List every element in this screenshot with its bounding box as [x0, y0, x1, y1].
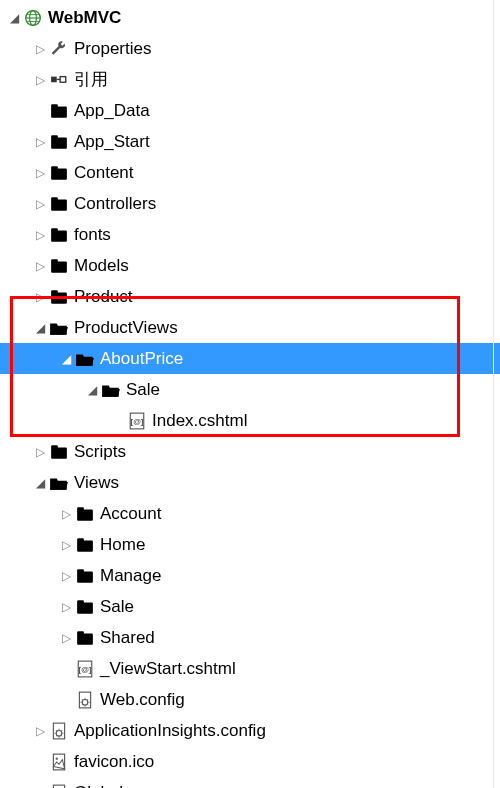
node-label: Account: [96, 504, 161, 524]
node-viewstart[interactable]: _ViewStart.cshtml: [0, 653, 500, 684]
node-webconfig[interactable]: Web.config: [0, 684, 500, 715]
folder-icon: [74, 630, 96, 646]
config-file-icon: [48, 722, 70, 740]
node-label: App_Start: [70, 132, 150, 152]
folder-icon: [74, 599, 96, 615]
chevron-right-icon[interactable]: ▷: [32, 724, 48, 738]
chevron-right-icon[interactable]: ▷: [58, 507, 74, 521]
node-manage[interactable]: ▷ Manage: [0, 560, 500, 591]
node-favicon[interactable]: favicon.ico: [0, 746, 500, 777]
folder-icon: [48, 444, 70, 460]
node-label: favicon.ico: [70, 752, 154, 772]
config-file-icon: [74, 691, 96, 709]
folder-icon: [48, 258, 70, 274]
cshtml-file-icon: [126, 412, 148, 430]
folder-icon: [48, 196, 70, 212]
node-label: Views: [70, 473, 119, 493]
folder-icon: [48, 165, 70, 181]
folder-icon: [48, 289, 70, 305]
node-label: Home: [96, 535, 145, 555]
asax-file-icon: [48, 784, 70, 789]
chevron-right-icon[interactable]: ▷: [32, 73, 48, 87]
folder-icon: [74, 568, 96, 584]
node-label: fonts: [70, 225, 111, 245]
node-label: Shared: [96, 628, 155, 648]
chevron-right-icon[interactable]: ▷: [32, 259, 48, 273]
chevron-right-icon[interactable]: ▷: [32, 166, 48, 180]
node-product[interactable]: ▷ Product: [0, 281, 500, 312]
folder-icon: [74, 506, 96, 522]
node-appdata[interactable]: App_Data: [0, 95, 500, 126]
node-views-sale[interactable]: ▷ Sale: [0, 591, 500, 622]
wrench-icon: [48, 40, 70, 58]
node-index-cshtml[interactable]: Index.cshtml: [0, 405, 500, 436]
node-label: 引用: [70, 68, 108, 91]
cshtml-file-icon: [74, 660, 96, 678]
node-appstart[interactable]: ▷ App_Start: [0, 126, 500, 157]
node-scripts[interactable]: ▷ Scripts: [0, 436, 500, 467]
node-label: Manage: [96, 566, 161, 586]
chevron-down-icon[interactable]: ◢: [58, 352, 74, 366]
chevron-right-icon[interactable]: ▷: [32, 228, 48, 242]
node-models[interactable]: ▷ Models: [0, 250, 500, 281]
node-label: _ViewStart.cshtml: [96, 659, 236, 679]
node-label: Product: [70, 287, 133, 307]
project-webmvc[interactable]: ◢ WebMVC: [0, 2, 500, 33]
chevron-down-icon[interactable]: ◢: [32, 321, 48, 335]
folder-icon: [48, 134, 70, 150]
folder-open-icon: [74, 351, 96, 367]
chevron-right-icon[interactable]: ▷: [32, 42, 48, 56]
node-productviews[interactable]: ◢ ProductViews: [0, 312, 500, 343]
node-label: Content: [70, 163, 134, 183]
node-sale[interactable]: ◢ Sale: [0, 374, 500, 405]
node-aboutprice[interactable]: ◢ AboutPrice: [0, 343, 500, 374]
image-file-icon: [48, 753, 70, 771]
node-properties[interactable]: ▷ Properties: [0, 33, 500, 64]
node-label: Properties: [70, 39, 151, 59]
chevron-right-icon[interactable]: ▷: [32, 197, 48, 211]
node-fonts[interactable]: ▷ fonts: [0, 219, 500, 250]
node-home[interactable]: ▷ Home: [0, 529, 500, 560]
chevron-right-icon[interactable]: ▷: [32, 290, 48, 304]
chevron-right-icon[interactable]: ▷: [32, 135, 48, 149]
solution-explorer-tree[interactable]: ◢ WebMVC ▷ Properties ▷ 引用 App_Data ▷ Ap…: [0, 0, 500, 788]
node-references[interactable]: ▷ 引用: [0, 64, 500, 95]
node-label: Models: [70, 256, 129, 276]
node-label: Web.config: [96, 690, 185, 710]
node-shared[interactable]: ▷ Shared: [0, 622, 500, 653]
node-content[interactable]: ▷ Content: [0, 157, 500, 188]
node-globalasax[interactable]: ▷ Global.asax: [0, 777, 500, 788]
chevron-down-icon[interactable]: ◢: [6, 11, 22, 25]
node-label: Scripts: [70, 442, 126, 462]
chevron-right-icon[interactable]: ▷: [58, 569, 74, 583]
node-label: ProductViews: [70, 318, 178, 338]
node-label: AboutPrice: [96, 349, 183, 369]
node-label: Controllers: [70, 194, 156, 214]
folder-open-icon: [48, 475, 70, 491]
folder-icon: [48, 227, 70, 243]
chevron-down-icon[interactable]: ◢: [32, 476, 48, 490]
folder-open-icon: [48, 320, 70, 336]
node-views[interactable]: ◢ Views: [0, 467, 500, 498]
chevron-right-icon[interactable]: ▷: [58, 631, 74, 645]
node-label: Index.cshtml: [148, 411, 247, 431]
node-controllers[interactable]: ▷ Controllers: [0, 188, 500, 219]
node-appinsights[interactable]: ▷ ApplicationInsights.config: [0, 715, 500, 746]
chevron-right-icon[interactable]: ▷: [58, 600, 74, 614]
node-account[interactable]: ▷ Account: [0, 498, 500, 529]
folder-icon: [74, 537, 96, 553]
node-label: App_Data: [70, 101, 150, 121]
folder-icon: [48, 103, 70, 119]
folder-open-icon: [100, 382, 122, 398]
node-label: Sale: [122, 380, 160, 400]
references-icon: [48, 71, 70, 89]
chevron-down-icon[interactable]: ◢: [84, 383, 100, 397]
panel-divider: [493, 0, 494, 788]
node-label: Sale: [96, 597, 134, 617]
chevron-right-icon[interactable]: ▷: [32, 445, 48, 459]
project-icon: [22, 9, 44, 27]
project-label: WebMVC: [44, 8, 121, 28]
node-label: ApplicationInsights.config: [70, 721, 266, 741]
node-label: Global.asax: [70, 783, 164, 789]
chevron-right-icon[interactable]: ▷: [58, 538, 74, 552]
